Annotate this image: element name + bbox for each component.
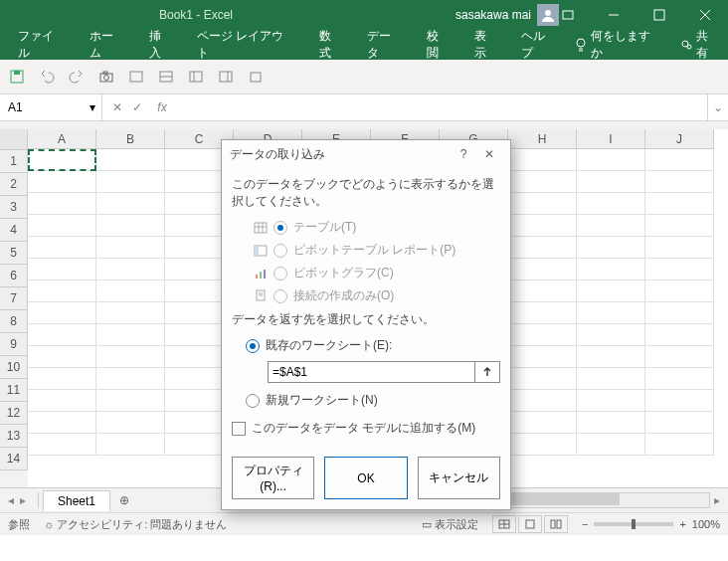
cell[interactable] [645, 390, 714, 412]
option-new-worksheet[interactable]: 新規ワークシート(N) [232, 389, 500, 412]
cell[interactable] [96, 280, 165, 302]
cell[interactable] [577, 171, 645, 193]
row-header[interactable]: 14 [0, 448, 28, 470]
sheet-nav-prev-icon[interactable]: ◂ [8, 493, 14, 507]
cell[interactable] [96, 259, 165, 280]
cell[interactable] [508, 390, 577, 412]
cell[interactable] [508, 412, 577, 434]
cell[interactable] [28, 412, 96, 434]
cell[interactable] [577, 193, 645, 215]
cell[interactable] [577, 412, 645, 434]
save-icon[interactable] [6, 66, 28, 88]
cell[interactable] [645, 412, 714, 434]
col-header[interactable]: A [28, 129, 96, 149]
cell[interactable] [28, 280, 96, 302]
cell[interactable] [645, 237, 714, 259]
qat-icon-1[interactable] [125, 66, 147, 88]
cell[interactable] [96, 193, 165, 215]
col-header[interactable]: I [577, 129, 645, 149]
row-header[interactable]: 2 [0, 173, 28, 196]
row-header[interactable]: 8 [0, 310, 28, 333]
row-header[interactable]: 9 [0, 333, 28, 356]
enter-formula-icon[interactable]: ✓ [132, 100, 142, 114]
view-normal-icon[interactable] [492, 515, 516, 533]
formula-expand-icon[interactable]: ⌄ [707, 94, 728, 120]
add-sheet-icon[interactable]: ⊕ [114, 493, 134, 507]
hscroll-right-icon[interactable]: ▸ [710, 493, 724, 507]
cell[interactable] [645, 302, 714, 324]
qat-icon-5[interactable] [245, 66, 267, 88]
qat-icon-2[interactable] [155, 66, 177, 88]
cell[interactable] [577, 368, 645, 390]
accessibility-status[interactable]: ☼ アクセシビリティ: 問題ありません [44, 517, 227, 532]
cell[interactable] [508, 193, 577, 215]
cell[interactable] [28, 434, 96, 456]
cell[interactable] [96, 324, 165, 346]
cell[interactable] [96, 237, 165, 259]
cell[interactable] [508, 434, 577, 456]
ok-button[interactable]: OK [324, 457, 407, 499]
row-header[interactable]: 10 [0, 356, 28, 379]
cell[interactable] [96, 302, 165, 324]
option-existing-worksheet[interactable]: 既存のワークシート(E): [232, 334, 500, 357]
zoom-out-icon[interactable]: − [582, 518, 588, 530]
cancel-button[interactable]: キャンセル [418, 457, 500, 499]
view-page-layout-icon[interactable] [518, 515, 542, 533]
cell[interactable] [28, 302, 96, 324]
cell-reference-input[interactable] [268, 361, 475, 383]
cell[interactable] [577, 390, 645, 412]
cell[interactable] [577, 259, 645, 280]
view-page-break-icon[interactable] [544, 515, 568, 533]
sheet-tab[interactable]: Sheet1 [43, 490, 110, 511]
cell[interactable] [28, 390, 96, 412]
cell[interactable] [508, 368, 577, 390]
properties-button[interactable]: プロパティ(R)... [232, 457, 314, 499]
row-header[interactable]: 3 [0, 196, 28, 219]
cell[interactable] [508, 237, 577, 259]
cell[interactable] [645, 434, 714, 456]
cell[interactable] [508, 259, 577, 280]
display-settings[interactable]: ▭ 表示設定 [422, 517, 478, 532]
row-header[interactable]: 4 [0, 219, 28, 242]
cell[interactable] [96, 171, 165, 193]
cell[interactable] [508, 302, 577, 324]
zoom-slider[interactable] [594, 522, 673, 526]
cell[interactable] [28, 237, 96, 259]
dialog-help-icon[interactable]: ? [451, 147, 476, 161]
cell[interactable] [28, 324, 96, 346]
col-header[interactable]: H [508, 129, 577, 149]
cell[interactable] [96, 215, 165, 237]
cell[interactable] [577, 215, 645, 237]
row-header[interactable]: 1 [0, 150, 28, 173]
cell[interactable] [508, 171, 577, 193]
cell[interactable] [28, 368, 96, 390]
dialog-close-icon[interactable]: ✕ [476, 147, 502, 161]
cell[interactable] [645, 368, 714, 390]
checkbox-icon[interactable] [232, 422, 246, 436]
row-header[interactable]: 7 [0, 287, 28, 310]
cell[interactable] [96, 434, 165, 456]
select-all-corner[interactable] [0, 129, 28, 150]
camera-icon[interactable] [95, 66, 117, 88]
cell[interactable] [28, 171, 96, 193]
name-box[interactable]: ▾ [0, 94, 102, 120]
checkbox-add-to-data-model[interactable]: このデータをデータ モデルに追加する(M) [232, 420, 500, 437]
share-button[interactable]: 共有 [680, 28, 720, 62]
cell[interactable] [577, 280, 645, 302]
row-header[interactable]: 12 [0, 402, 28, 425]
cell[interactable] [645, 259, 714, 280]
sheet-nav-next-icon[interactable]: ▸ [20, 493, 26, 507]
cell[interactable] [508, 346, 577, 368]
cell[interactable] [577, 324, 645, 346]
cell[interactable] [508, 215, 577, 237]
row-header[interactable]: 6 [0, 265, 28, 287]
cell[interactable] [645, 149, 714, 171]
cell[interactable] [645, 280, 714, 302]
cell[interactable] [96, 390, 165, 412]
cell[interactable] [645, 346, 714, 368]
cell[interactable] [28, 346, 96, 368]
cell[interactable] [645, 324, 714, 346]
cell[interactable] [577, 237, 645, 259]
tell-me[interactable]: 何をしますか [575, 28, 662, 62]
cell[interactable] [28, 149, 96, 171]
